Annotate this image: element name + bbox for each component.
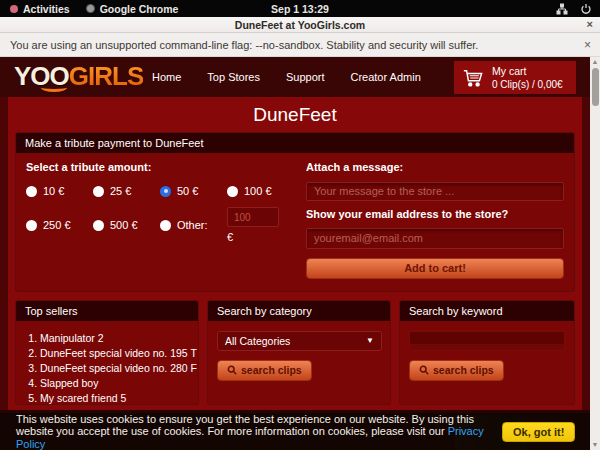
amount-option-label: 100 € <box>244 185 272 197</box>
amount-option-label: 500 € <box>110 219 138 231</box>
radio-icon[interactable] <box>26 220 37 231</box>
recording-indicator-icon <box>10 5 18 13</box>
top-seller-item[interactable]: Manipulator 2 <box>40 331 198 346</box>
amount-option-other[interactable]: Other: <box>160 207 227 243</box>
search-clips-category-button[interactable]: search clips <box>217 360 312 381</box>
top-sellers-list: Manipulator 2DuneFeet special video no. … <box>40 331 198 407</box>
logo-part-2: GIRLS <box>69 61 143 91</box>
top-seller-item[interactable]: My scared friend 5 <box>40 391 198 406</box>
tribute-panel-header: Make a tribute payment to DuneFeet <box>16 133 574 153</box>
cart-widget[interactable]: My cart 0 Clip(s) / 0,00€ <box>454 61 576 94</box>
amount-option-label: 10 € <box>43 185 64 197</box>
search-clips-keyword-label: search clips <box>433 364 494 376</box>
search-category-header: Search by category <box>208 301 390 321</box>
power-icon[interactable] <box>580 3 592 15</box>
window-title-bar: DuneFeet at YooGirls.com × <box>0 17 600 33</box>
amount-option-25[interactable]: 25 € <box>93 185 160 197</box>
scrollbar-thumb[interactable] <box>592 68 599 106</box>
other-amount-input[interactable] <box>227 207 279 227</box>
cookie-accept-button[interactable]: Ok, got it! <box>502 422 575 442</box>
search-clips-category-label: search clips <box>241 364 302 376</box>
radio-icon[interactable] <box>227 186 238 197</box>
amount-options: 10 €25 €50 €100 €250 €500 €Other:€ <box>26 185 288 243</box>
amount-label: Select a tribute amount: <box>26 161 288 173</box>
cart-summary: 0 Clip(s) / 0,00€ <box>492 78 563 91</box>
currency-symbol: € <box>227 231 294 243</box>
screen: Activities Google Chrome Sep 1 13:29 <box>0 0 600 450</box>
top-seller-item[interactable]: DuneFeet special video no. 195 T <box>40 346 198 361</box>
top-sellers-panel: Top sellers Manipulator 2DuneFeet specia… <box>15 300 199 405</box>
category-select-value: All Categories <box>225 335 290 347</box>
email-label: Show your email address to the store? <box>306 208 564 220</box>
cart-icon <box>462 67 484 89</box>
search-category-panel: Search by category All Categories ▼ <box>207 300 391 405</box>
activities-button[interactable]: Activities <box>10 3 70 15</box>
top-seller-item[interactable]: DuneFeet special video no. 280 F <box>40 361 198 376</box>
warning-close-icon[interactable]: × <box>584 38 591 52</box>
window-close-icon[interactable]: × <box>587 18 593 30</box>
radio-icon[interactable] <box>93 220 104 231</box>
radio-icon[interactable] <box>93 186 104 197</box>
cookie-message-text: This website uses cookies to ensure you … <box>16 413 474 438</box>
logo-smile-icon <box>41 83 67 92</box>
site-logo[interactable]: YOOGIRLS <box>14 61 143 91</box>
cart-title: My cart <box>492 65 563 78</box>
scrollbar[interactable]: ▲ ▼ <box>590 57 600 450</box>
page-title: DuneFeet <box>15 97 575 132</box>
main-nav: HomeTop StoresSupportCreator Admin <box>152 57 421 97</box>
add-to-cart-button[interactable]: Add to cart! <box>306 258 564 279</box>
search-clips-keyword-button[interactable]: search clips <box>409 360 504 381</box>
chevron-down-icon: ▼ <box>366 336 374 345</box>
nav-link-top-stores[interactable]: Top Stores <box>207 71 260 83</box>
top-sellers-header: Top sellers <box>16 301 198 321</box>
radio-selected-icon[interactable] <box>160 186 171 197</box>
email-input[interactable] <box>306 228 564 249</box>
search-keyword-header: Search by keyword <box>400 301 574 321</box>
amount-option-label: 25 € <box>110 185 131 197</box>
nav-link-support[interactable]: Support <box>286 71 325 83</box>
amount-option-label: 250 € <box>43 219 71 231</box>
other-amount-cell: € <box>227 207 294 243</box>
app-menu-label: Google Chrome <box>100 3 179 15</box>
amount-option-250[interactable]: 250 € <box>26 207 93 243</box>
top-seller-item[interactable]: Slapped boy <box>40 376 198 391</box>
browser-viewport: YOOGIRLS HomeTop StoresSupportCreator Ad… <box>0 57 590 450</box>
warning-message: You are using an unsupported command-lin… <box>10 39 478 51</box>
content-container: DuneFeet Make a tribute payment to DuneF… <box>8 97 582 444</box>
site-header: YOOGIRLS HomeTop StoresSupportCreator Ad… <box>0 57 590 97</box>
warning-bar: You are using an unsupported command-lin… <box>0 33 600 57</box>
window-title: DuneFeet at YooGirls.com <box>235 19 365 31</box>
amount-option-label: Other: <box>177 219 208 231</box>
scrollbar-up-arrow[interactable]: ▲ <box>590 57 600 67</box>
radio-icon[interactable] <box>26 186 37 197</box>
search-keyword-panel: Search by keyword search clips <box>399 300 575 405</box>
network-icon[interactable] <box>556 3 568 15</box>
amount-option-50[interactable]: 50 € <box>160 185 227 197</box>
activities-label: Activities <box>23 3 70 15</box>
app-menu-button[interactable]: Google Chrome <box>86 3 179 15</box>
nav-link-creator-admin[interactable]: Creator Admin <box>350 71 420 83</box>
search-icon <box>227 365 237 375</box>
radio-icon[interactable] <box>160 220 171 231</box>
cookie-consent-bar: This website uses cookies to ensure you … <box>0 413 590 450</box>
chrome-icon <box>86 4 95 13</box>
category-select[interactable]: All Categories ▼ <box>217 331 382 351</box>
amount-option-label: 50 € <box>177 185 198 197</box>
desktop-top-bar: Activities Google Chrome Sep 1 13:29 <box>0 0 600 17</box>
scrollbar-down-arrow[interactable]: ▼ <box>590 440 600 450</box>
cookie-message: This website uses cookies to ensure you … <box>16 413 494 450</box>
message-input[interactable] <box>306 182 564 201</box>
search-icon <box>419 365 429 375</box>
tribute-panel: Make a tribute payment to DuneFeet Selec… <box>15 132 575 292</box>
message-label: Attach a message: <box>306 161 564 173</box>
amount-option-100[interactable]: 100 € <box>227 185 294 197</box>
amount-option-500[interactable]: 500 € <box>93 207 160 243</box>
nav-link-home[interactable]: Home <box>152 71 181 83</box>
keyword-input[interactable] <box>409 331 565 351</box>
amount-option-10[interactable]: 10 € <box>26 185 93 197</box>
